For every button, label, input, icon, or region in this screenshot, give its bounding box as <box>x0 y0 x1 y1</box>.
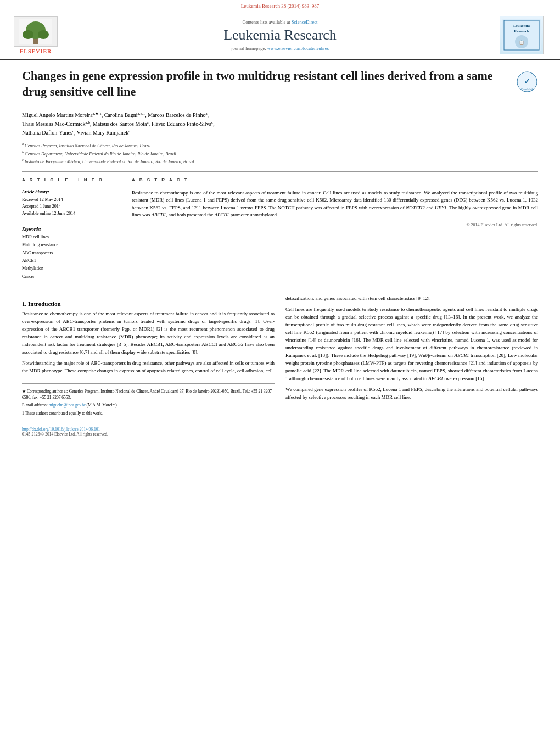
svg-text:Research: Research <box>514 29 529 34</box>
intro-heading: 1. Introduction <box>22 300 275 307</box>
received-date: Received 12 May 2014 <box>22 197 121 204</box>
article-info-column: A R T I C L E I N F O Article history: R… <box>22 177 121 281</box>
article-title-section: Changes in gene expression profile in tw… <box>22 68 538 105</box>
intro-para-2: Notwithstanding the major role of ABC-tr… <box>22 360 275 375</box>
copyright-text: © 2014 Elsevier Ltd. All rights reserved… <box>132 222 538 227</box>
keywords-label: Keywords: <box>22 227 121 232</box>
svg-point-3 <box>23 30 33 39</box>
journal-citation-bar: Leukemia Research 38 (2014) 983–987 <box>0 0 560 10</box>
keyword-2: Multidrug resistance <box>22 241 121 249</box>
elsevier-image <box>14 16 58 47</box>
journal-title: Leukemia Research <box>60 27 500 43</box>
body-left-column: 1. Introduction Resistance to chemothera… <box>22 295 275 437</box>
abstract-text: Resistance to chemotherapy is one of the… <box>132 189 538 219</box>
authors-section: Miguel Angelo Martins Moreiraa,★,1, Caro… <box>22 110 538 137</box>
crossmark-logo: ✓ CrossMark <box>516 71 538 93</box>
journal-citation: Leukemia Research 38 (2014) 983–987 <box>241 3 319 9</box>
divider-keywords <box>22 221 121 221</box>
affiliation-b: b Genetics Department, Universidade Fede… <box>22 150 538 158</box>
abstract-column: A B S T R A C T Resistance to chemothera… <box>132 177 538 281</box>
keyword-5: Methylation <box>22 265 121 272</box>
intro-para-1: Resistance to chemotherapy is one of the… <box>22 310 275 356</box>
svg-text:CrossMark: CrossMark <box>521 88 534 91</box>
svg-text:📋: 📋 <box>519 40 524 45</box>
info-abstract-section: A R T I C L E I N F O Article history: R… <box>22 177 538 281</box>
authors-text: Miguel Angelo Martins Moreiraa,★,1, Caro… <box>22 112 215 136</box>
keyword-1: MDR cell lines <box>22 233 121 241</box>
keyword-3: ABC transporters <box>22 249 121 257</box>
elsevier-text: ELSEVIER <box>20 48 52 54</box>
affiliations-section: a Genetics Program, Instituto Nacional d… <box>22 142 538 165</box>
footnote-corresponding: ★ Corresponding author at: Genetics Prog… <box>22 388 275 401</box>
journal-homepage: journal homepage: www.elsevier.com/locat… <box>60 46 500 51</box>
affiliation-a: a Genetics Program, Instituto Nacional d… <box>22 142 538 149</box>
divider-abstract <box>132 186 538 186</box>
sciencedirect-link[interactable]: ScienceDirect <box>292 19 318 25</box>
footnote-section: ★ Corresponding author at: Genetics Prog… <box>22 383 275 416</box>
right-para-1: detoxification, and genes associated wit… <box>285 295 538 303</box>
svg-text:✓: ✓ <box>524 77 530 86</box>
email-link[interactable]: miguelm@inca.gov.br <box>49 403 86 408</box>
footnote-1: 1 These authors contributed equally to t… <box>22 410 275 416</box>
divider-1 <box>22 171 538 172</box>
article-body: Changes in gene expression profile in tw… <box>0 60 560 445</box>
footnote-email: E-mail address: miguelm@inca.gov.br (M.A… <box>22 402 275 408</box>
affiliation-c: c Instituto de Bioquímica Médica, Univer… <box>22 158 538 165</box>
available-date: Available online 12 June 2014 <box>22 210 121 217</box>
divider-info <box>22 186 121 186</box>
leukemia-research-logo: Leukemia Research 📋 <box>500 16 544 54</box>
page: Leukemia Research 38 (2014) 983–987 ELSE… <box>0 0 560 445</box>
svg-point-4 <box>38 30 49 39</box>
abstract-label: A B S T R A C T <box>132 177 538 182</box>
journal-header: ELSEVIER Contents lists available at Sci… <box>0 10 560 60</box>
body-right-column: detoxification, and genes associated wit… <box>285 295 538 437</box>
keyword-4: ABCB1 <box>22 257 121 265</box>
right-para-3: We compared gene expression profiles of … <box>285 386 538 401</box>
issn-text: 0145-2126/© 2014 Elsevier Ltd. All right… <box>22 432 275 437</box>
doi-section: http://dx.doi.org/10.1016/j.leukres.2014… <box>22 422 275 437</box>
contents-available: Contents lists available at ScienceDirec… <box>60 19 500 25</box>
keywords-section: Keywords: MDR cell lines Multidrug resis… <box>22 227 121 281</box>
journal-homepage-link[interactable]: www.elsevier.com/locate/leukres <box>267 46 329 51</box>
divider-2 <box>22 289 538 289</box>
elsevier-logo-section: ELSEVIER <box>11 16 60 54</box>
doi-link[interactable]: http://dx.doi.org/10.1016/j.leukres.2014… <box>22 427 275 432</box>
keyword-6: Cancer <box>22 273 121 281</box>
journal-center: Contents lists available at ScienceDirec… <box>60 19 500 51</box>
svg-text:Leukemia: Leukemia <box>513 24 530 28</box>
body-columns: 1. Introduction Resistance to chemothera… <box>22 295 538 437</box>
article-title: Changes in gene expression profile in tw… <box>22 68 508 99</box>
article-info-label: A R T I C L E I N F O <box>22 177 121 182</box>
accepted-date: Accepted 1 June 2014 <box>22 203 121 210</box>
article-history-label: Article history: <box>22 189 121 194</box>
right-para-2: Cell lines are frequently used models to… <box>285 306 538 382</box>
